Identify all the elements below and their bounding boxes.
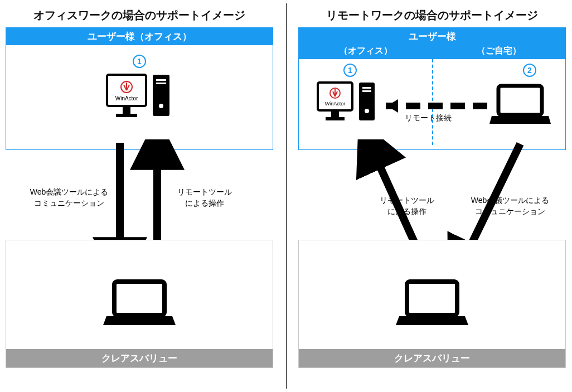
svg-point-7 bbox=[159, 104, 163, 108]
svg-rect-19 bbox=[362, 90, 371, 92]
panel-title-right: リモートワークの場合のサポートイメージ bbox=[298, 0, 566, 27]
svg-rect-5 bbox=[156, 79, 166, 81]
svg-marker-23 bbox=[387, 99, 398, 113]
label-webconf-right: Web会議ツールによる コミュニケーション bbox=[466, 195, 555, 217]
laptop-icon-left bbox=[103, 279, 176, 330]
laptop-icon-right-bottom bbox=[396, 279, 468, 330]
desktop-icon-left: WinActor bbox=[106, 72, 173, 128]
desktop-icon-right: WinActor bbox=[317, 80, 378, 130]
vertical-divider bbox=[286, 3, 287, 389]
provider-box-left: クレアスバリュー bbox=[6, 240, 273, 368]
user-sub-home: （ご自宅） bbox=[432, 45, 565, 57]
winactor-label-left: WinActor bbox=[115, 95, 138, 101]
user-header-left: ユーザー様（オフィス） bbox=[6, 28, 273, 45]
svg-rect-11 bbox=[114, 282, 164, 315]
label-remote-right: リモートツール による操作 bbox=[371, 195, 443, 217]
user-header-right: ユーザー様 bbox=[299, 28, 565, 45]
label-webconf-left: Web会議ツールによる コミュニケーション bbox=[25, 187, 114, 209]
laptop-icon-right-top bbox=[489, 84, 551, 128]
svg-rect-13 bbox=[331, 112, 339, 117]
svg-rect-27 bbox=[407, 282, 457, 315]
svg-text:WinActor: WinActor bbox=[325, 101, 346, 107]
panel-title-left: オフィスワークの場合のサポートイメージ bbox=[6, 0, 273, 27]
circled-num-1-right: 1 bbox=[343, 64, 357, 77]
label-remote-connect: リモート接続 bbox=[405, 113, 452, 124]
svg-rect-18 bbox=[362, 87, 371, 89]
provider-box-right: クレアスバリュー bbox=[298, 240, 566, 368]
user-box-left: ユーザー様（オフィス） 1 WinActor bbox=[6, 27, 273, 150]
svg-rect-2 bbox=[116, 114, 137, 117]
svg-rect-14 bbox=[326, 117, 345, 120]
provider-footer-left: クレアスバリュー bbox=[6, 349, 273, 367]
circled-num-2-right: 2 bbox=[523, 64, 536, 77]
user-sub-office: （オフィス） bbox=[299, 45, 432, 57]
svg-point-20 bbox=[365, 109, 369, 113]
panel-office: オフィスワークの場合のサポートイメージ ユーザー様（オフィス） 1 WinAct… bbox=[6, 0, 273, 385]
provider-footer-right: クレアスバリュー bbox=[299, 349, 565, 367]
user-box-right: ユーザー様 （オフィス） （ご自宅） 1 WinActor 2 bbox=[298, 27, 566, 150]
panel-remote: リモートワークの場合のサポートイメージ ユーザー様 （オフィス） （ご自宅） 1… bbox=[298, 0, 566, 385]
label-remote-left: リモートツール による操作 bbox=[168, 187, 241, 209]
svg-rect-4 bbox=[153, 75, 169, 116]
svg-rect-21 bbox=[498, 86, 542, 115]
svg-rect-6 bbox=[156, 83, 166, 84]
svg-rect-1 bbox=[123, 107, 130, 114]
circled-num-1-left: 1 bbox=[133, 55, 146, 68]
user-sub-right: （オフィス） （ご自宅） bbox=[299, 45, 565, 59]
